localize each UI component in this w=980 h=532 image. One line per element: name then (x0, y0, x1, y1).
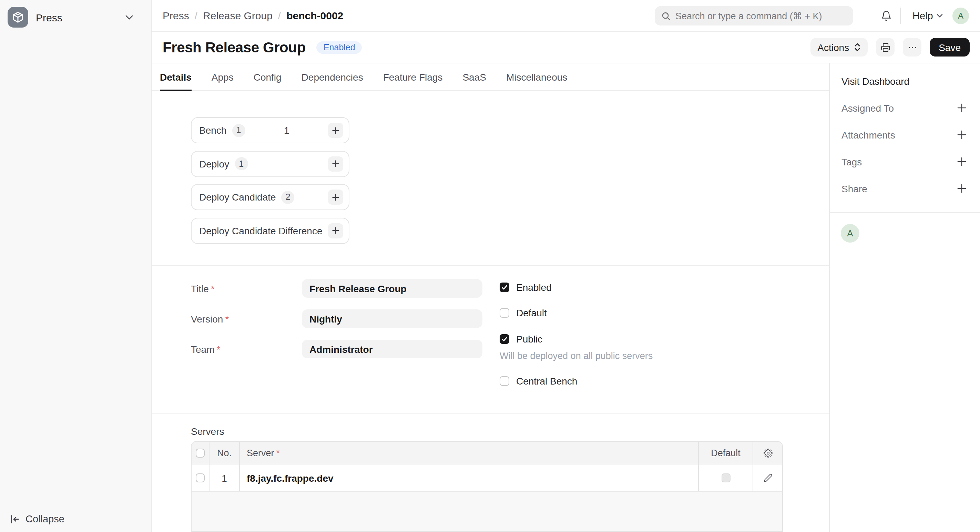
header-server-cell: Server* (240, 442, 699, 464)
section-divider (152, 265, 829, 266)
add-deploy-candidate-button[interactable] (328, 189, 343, 205)
add-bench-button[interactable] (328, 123, 343, 138)
notifications-bell-icon[interactable] (881, 10, 892, 21)
help-label: Help (912, 10, 933, 21)
central-bench-checkbox[interactable] (500, 376, 509, 386)
visit-dashboard-link[interactable]: Visit Dashboard (842, 76, 909, 87)
tab-saas[interactable]: SaaS (463, 64, 486, 90)
field-label: Team* (191, 343, 302, 354)
checkbox-label: Enabled (516, 281, 552, 292)
checkbox-label: Public (516, 333, 542, 344)
required-marker: * (211, 283, 215, 294)
title-field[interactable] (302, 279, 482, 298)
breadcrumb-press[interactable]: Press (163, 10, 189, 21)
default-disabled-checkbox[interactable] (721, 473, 730, 483)
field-label: Title* (191, 283, 302, 294)
left-sidebar: Press Collapse (0, 0, 152, 532)
checkbox-central-bench: Central Bench (500, 376, 796, 386)
required-marker: * (225, 313, 229, 324)
checkbox-public: Public (500, 333, 796, 344)
link-card-deploy-candidate-difference[interactable]: Deploy Candidate Difference (191, 218, 349, 244)
add-tag-button[interactable] (957, 157, 966, 166)
card-label: Bench (199, 125, 226, 136)
help-menu[interactable]: Help (912, 0, 943, 31)
count-badge: 1 (232, 124, 245, 137)
card-label: Deploy Candidate Difference (199, 225, 323, 236)
add-assignment-button[interactable] (957, 103, 966, 112)
servers-heading: Servers (191, 426, 224, 437)
select-all-checkbox[interactable] (196, 448, 205, 457)
gear-icon[interactable] (763, 448, 772, 457)
server-name: f8.jay.fc.frappe.dev (247, 472, 334, 483)
app-switcher-label: Press (36, 11, 62, 23)
tab-miscellaneous[interactable]: Miscellaneous (506, 64, 567, 90)
topbar-divider (900, 8, 901, 24)
header-select-cell (192, 442, 210, 464)
public-checkbox[interactable] (500, 334, 509, 343)
row-default-cell (699, 464, 753, 491)
press-logo-icon (8, 7, 28, 27)
row-edit-cell (753, 464, 782, 491)
team-field[interactable] (302, 340, 482, 358)
page-head: Fresh Release Group Enabled Actions (152, 32, 980, 64)
tab-details[interactable]: Details (160, 64, 192, 90)
status-badge: Enabled (317, 41, 362, 53)
add-share-button[interactable] (957, 184, 966, 193)
servers-table-footer (192, 492, 782, 532)
collapse-sidebar-button[interactable]: Collapse (10, 513, 64, 524)
required-marker: * (276, 448, 280, 458)
checkbox-enabled: Enabled (500, 282, 796, 292)
tab-config[interactable]: Config (254, 64, 282, 90)
checkbox-group: Enabled Default Public Will be deployed … (500, 282, 796, 386)
head-actions: Actions (810, 38, 970, 57)
section-label: Assigned To (842, 102, 894, 113)
print-button[interactable] (876, 38, 894, 57)
tab-dependencies[interactable]: Dependencies (302, 64, 363, 90)
chevron-up-down-icon (854, 43, 861, 52)
default-checkbox[interactable] (500, 308, 509, 318)
row-server-cell[interactable]: f8.jay.fc.frappe.dev (240, 464, 699, 491)
topbar: Press / Release Group / bench-0002 Help (152, 0, 980, 32)
tab-apps[interactable]: Apps (212, 64, 234, 90)
side-panel-row-attachments: Attachments (842, 130, 966, 140)
actions-button[interactable]: Actions (810, 38, 868, 57)
viewer-avatar[interactable]: A (841, 224, 859, 243)
row-no-cell: 1 (210, 464, 240, 491)
document-side-panel: Visit Dashboard Assigned To Attachments … (829, 64, 980, 532)
version-field[interactable] (302, 310, 482, 328)
side-panel-row-tags: Tags (842, 156, 966, 167)
breadcrumb-separator: / (195, 10, 197, 21)
add-deploy-candidate-difference-button[interactable] (328, 223, 343, 238)
form-row-title: Title* (191, 279, 482, 298)
row-select-cell (192, 464, 210, 491)
servers-table: No. Server* Default (191, 441, 783, 532)
edit-pencil-icon[interactable] (763, 473, 772, 483)
tab-feature-flags[interactable]: Feature Flags (383, 64, 443, 90)
app-switcher[interactable]: Press (0, 0, 151, 27)
side-panel-row-share: Share (842, 183, 966, 194)
user-avatar[interactable]: A (953, 8, 969, 24)
side-panel-row-assigned-to: Assigned To (842, 103, 966, 113)
command-search[interactable] (655, 6, 853, 25)
enabled-checkbox[interactable] (500, 282, 509, 292)
header-no-cell: No. (210, 442, 240, 464)
ellipsis-icon (907, 42, 917, 52)
search-icon (662, 11, 671, 20)
form-row-version: Version* (191, 310, 482, 328)
header-settings-cell (753, 442, 782, 464)
save-button[interactable]: Save (930, 38, 970, 57)
card-label: Deploy (199, 158, 229, 169)
card-value-link[interactable]: 1 (245, 125, 328, 136)
link-card-bench[interactable]: Bench 1 1 (191, 117, 349, 143)
more-options-button[interactable] (903, 38, 921, 57)
search-input[interactable] (675, 11, 846, 21)
link-card-deploy[interactable]: Deploy 1 (191, 151, 349, 177)
breadcrumb-release-group[interactable]: Release Group (203, 10, 272, 21)
section-label: Tags (842, 156, 862, 167)
link-card-deploy-candidate[interactable]: Deploy Candidate 2 (191, 184, 349, 210)
checkbox-label: Central Bench (516, 375, 577, 386)
row-checkbox[interactable] (196, 473, 205, 483)
count-badge: 2 (282, 191, 294, 203)
add-attachment-button[interactable] (957, 130, 966, 139)
add-deploy-button[interactable] (328, 156, 343, 171)
